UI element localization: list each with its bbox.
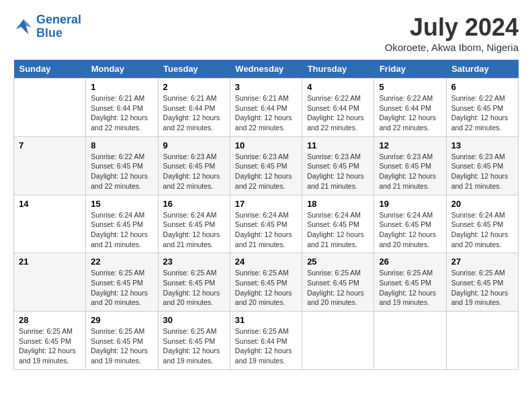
calendar-cell [14, 79, 86, 137]
day-number: 18 [307, 199, 369, 209]
calendar-cell: 8Sunrise: 6:22 AM Sunset: 6:45 PM Daylig… [86, 136, 158, 195]
day-info: Sunrise: 6:22 AM Sunset: 6:45 PM Dayligh… [91, 152, 152, 191]
calendar-week-row: 28Sunrise: 6:25 AM Sunset: 6:45 PM Dayli… [14, 312, 519, 370]
day-number: 6 [451, 82, 513, 92]
day-number: 25 [307, 257, 369, 267]
location: Okoroete, Akwa Ibom, Nigeria [385, 42, 519, 53]
day-number: 12 [379, 140, 441, 150]
calendar-cell: 4Sunrise: 6:22 AM Sunset: 6:44 PM Daylig… [302, 79, 374, 137]
calendar-cell: 25Sunrise: 6:25 AM Sunset: 6:45 PM Dayli… [302, 253, 374, 312]
day-number: 5 [379, 82, 441, 92]
day-number: 22 [91, 257, 152, 267]
day-info: Sunrise: 6:25 AM Sunset: 6:45 PM Dayligh… [91, 268, 152, 308]
day-number: 29 [91, 315, 152, 325]
logo-text: GeneralBlue [36, 13, 81, 40]
day-number: 7 [19, 140, 81, 150]
calendar-cell [374, 312, 446, 370]
weekday-header-sunday: Sunday [14, 60, 86, 79]
day-number: 13 [451, 140, 513, 150]
logo: GeneralBlue [13, 13, 81, 40]
calendar-cell: 28Sunrise: 6:25 AM Sunset: 6:45 PM Dayli… [14, 312, 86, 370]
day-info: Sunrise: 6:23 AM Sunset: 6:45 PM Dayligh… [307, 152, 369, 191]
day-info: Sunrise: 6:25 AM Sunset: 6:45 PM Dayligh… [379, 268, 441, 308]
day-info: Sunrise: 6:24 AM Sunset: 6:45 PM Dayligh… [163, 210, 225, 250]
day-number: 15 [91, 199, 152, 209]
calendar-cell: 29Sunrise: 6:25 AM Sunset: 6:45 PM Dayli… [86, 312, 158, 370]
svg-marker-0 [16, 19, 32, 35]
day-info: Sunrise: 6:25 AM Sunset: 6:45 PM Dayligh… [19, 326, 81, 366]
calendar-cell: 16Sunrise: 6:24 AM Sunset: 6:45 PM Dayli… [158, 195, 230, 253]
day-number: 30 [163, 315, 225, 325]
day-number: 1 [91, 82, 152, 92]
day-info: Sunrise: 6:23 AM Sunset: 6:45 PM Dayligh… [379, 152, 441, 191]
weekday-header-saturday: Saturday [446, 60, 518, 79]
day-info: Sunrise: 6:21 AM Sunset: 6:44 PM Dayligh… [235, 93, 297, 133]
day-number: 10 [235, 140, 297, 150]
day-number: 4 [307, 82, 369, 92]
calendar-cell: 15Sunrise: 6:24 AM Sunset: 6:45 PM Dayli… [86, 195, 158, 253]
day-info: Sunrise: 6:25 AM Sunset: 6:45 PM Dayligh… [91, 326, 152, 366]
day-info: Sunrise: 6:25 AM Sunset: 6:44 PM Dayligh… [235, 326, 297, 366]
day-number: 27 [451, 257, 513, 267]
calendar-cell: 9Sunrise: 6:23 AM Sunset: 6:45 PM Daylig… [158, 136, 230, 195]
day-info: Sunrise: 6:25 AM Sunset: 6:45 PM Dayligh… [307, 268, 369, 308]
calendar-cell: 5Sunrise: 6:22 AM Sunset: 6:44 PM Daylig… [374, 79, 446, 137]
day-number: 2 [163, 82, 225, 92]
calendar-cell: 27Sunrise: 6:25 AM Sunset: 6:45 PM Dayli… [446, 253, 518, 312]
calendar-cell: 14 [14, 195, 86, 253]
day-number: 14 [19, 199, 81, 209]
calendar-cell: 31Sunrise: 6:25 AM Sunset: 6:44 PM Dayli… [230, 312, 302, 370]
day-info: Sunrise: 6:21 AM Sunset: 6:44 PM Dayligh… [91, 93, 152, 133]
calendar-cell: 26Sunrise: 6:25 AM Sunset: 6:45 PM Dayli… [374, 253, 446, 312]
day-info: Sunrise: 6:22 AM Sunset: 6:44 PM Dayligh… [379, 93, 441, 133]
calendar-cell: 20Sunrise: 6:24 AM Sunset: 6:45 PM Dayli… [446, 195, 518, 253]
day-number: 17 [235, 199, 297, 209]
day-number: 31 [235, 315, 297, 325]
day-info: Sunrise: 6:25 AM Sunset: 6:45 PM Dayligh… [451, 268, 513, 308]
day-info: Sunrise: 6:22 AM Sunset: 6:44 PM Dayligh… [307, 93, 369, 133]
calendar-week-row: 1Sunrise: 6:21 AM Sunset: 6:44 PM Daylig… [14, 79, 519, 137]
weekday-header-friday: Friday [374, 60, 446, 79]
day-number: 20 [451, 199, 513, 209]
weekday-header-monday: Monday [86, 60, 158, 79]
day-info: Sunrise: 6:24 AM Sunset: 6:45 PM Dayligh… [91, 210, 152, 250]
calendar-week-row: 2122Sunrise: 6:25 AM Sunset: 6:45 PM Day… [14, 253, 519, 312]
calendar-table: SundayMondayTuesdayWednesdayThursdayFrid… [13, 60, 519, 370]
calendar-week-row: 1415Sunrise: 6:24 AM Sunset: 6:45 PM Day… [14, 195, 519, 253]
calendar-cell: 21 [14, 253, 86, 312]
weekday-header-thursday: Thursday [302, 60, 374, 79]
calendar-cell: 22Sunrise: 6:25 AM Sunset: 6:45 PM Dayli… [86, 253, 158, 312]
calendar-cell: 10Sunrise: 6:23 AM Sunset: 6:45 PM Dayli… [230, 136, 302, 195]
day-number: 21 [19, 257, 81, 267]
calendar-cell: 6Sunrise: 6:22 AM Sunset: 6:45 PM Daylig… [446, 79, 518, 137]
calendar-cell: 23Sunrise: 6:25 AM Sunset: 6:45 PM Dayli… [158, 253, 230, 312]
day-info: Sunrise: 6:24 AM Sunset: 6:45 PM Dayligh… [451, 210, 513, 250]
calendar-week-row: 78Sunrise: 6:22 AM Sunset: 6:45 PM Dayli… [14, 136, 519, 195]
calendar-cell: 12Sunrise: 6:23 AM Sunset: 6:45 PM Dayli… [374, 136, 446, 195]
day-number: 28 [19, 315, 81, 325]
day-info: Sunrise: 6:24 AM Sunset: 6:45 PM Dayligh… [379, 210, 441, 250]
calendar-cell: 3Sunrise: 6:21 AM Sunset: 6:44 PM Daylig… [230, 79, 302, 137]
day-number: 26 [379, 257, 441, 267]
calendar-cell: 30Sunrise: 6:25 AM Sunset: 6:45 PM Dayli… [158, 312, 230, 370]
title-block: July 2024 Okoroete, Akwa Ibom, Nigeria [385, 13, 519, 53]
day-info: Sunrise: 6:25 AM Sunset: 6:45 PM Dayligh… [163, 326, 225, 366]
day-number: 16 [163, 199, 225, 209]
day-info: Sunrise: 6:24 AM Sunset: 6:45 PM Dayligh… [235, 210, 297, 250]
calendar-cell: 13Sunrise: 6:23 AM Sunset: 6:45 PM Dayli… [446, 136, 518, 195]
calendar-cell: 18Sunrise: 6:24 AM Sunset: 6:45 PM Dayli… [302, 195, 374, 253]
calendar-cell: 11Sunrise: 6:23 AM Sunset: 6:45 PM Dayli… [302, 136, 374, 195]
weekday-header-row: SundayMondayTuesdayWednesdayThursdayFrid… [14, 60, 519, 79]
day-number: 11 [307, 140, 369, 150]
day-number: 3 [235, 82, 297, 92]
calendar-cell: 2Sunrise: 6:21 AM Sunset: 6:44 PM Daylig… [158, 79, 230, 137]
day-info: Sunrise: 6:22 AM Sunset: 6:45 PM Dayligh… [451, 93, 513, 133]
logo-icon [13, 17, 34, 37]
day-number: 9 [163, 140, 225, 150]
day-number: 23 [163, 257, 225, 267]
day-info: Sunrise: 6:25 AM Sunset: 6:45 PM Dayligh… [163, 268, 225, 308]
day-number: 8 [91, 140, 152, 150]
day-number: 19 [379, 199, 441, 209]
calendar-cell [302, 312, 374, 370]
calendar-cell: 1Sunrise: 6:21 AM Sunset: 6:44 PM Daylig… [86, 79, 158, 137]
